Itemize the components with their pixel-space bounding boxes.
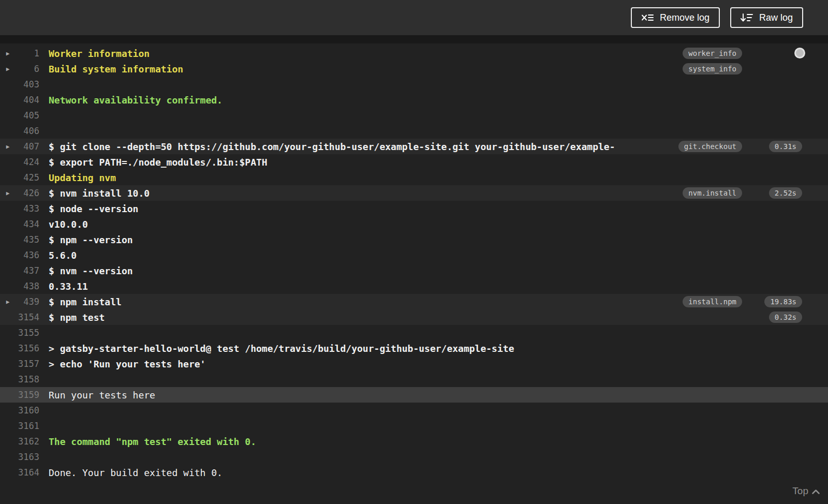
log-text: > gatsby-starter-hello-world@ test /home… <box>49 343 742 354</box>
line-number[interactable]: 3160 <box>16 405 39 416</box>
duration-badge: 0.32s <box>769 312 802 323</box>
log-line: 404Network availability confirmed. <box>0 92 828 108</box>
log-line: 434v10.0.0 <box>0 216 828 232</box>
log-line: 4365.6.0 <box>0 247 828 263</box>
duration-slot: 2.52s <box>761 187 802 199</box>
log-text: Updating nvm <box>49 172 742 183</box>
log-line: ▶426$ nvm install 10.0nvm.install2.52s <box>0 185 828 201</box>
remove-log-label: Remove log <box>660 13 709 22</box>
log-text: $ export PATH=./node_modules/.bin:$PATH <box>49 157 742 168</box>
line-number[interactable]: 3161 <box>16 421 39 431</box>
line-number[interactable]: 3154 <box>16 312 39 322</box>
fold-toggle-icon[interactable]: ▶ <box>0 66 16 72</box>
log-line: ▶407$ git clone --depth=50 https://githu… <box>0 139 828 154</box>
scroll-indicator[interactable] <box>794 48 805 58</box>
fold-toggle-icon[interactable]: ▶ <box>0 143 16 150</box>
duration-badge: 0.31s <box>769 141 802 152</box>
log-line: 405 <box>0 108 828 123</box>
log-lines: ▶1Worker informationworker_info▶6Build s… <box>0 46 828 480</box>
line-number[interactable]: 438 <box>16 281 39 291</box>
duration-badge: 2.52s <box>769 187 802 199</box>
log-view: ▶1Worker informationworker_info▶6Build s… <box>0 43 828 504</box>
remove-log-icon <box>641 13 654 22</box>
line-number[interactable]: 426 <box>16 188 39 198</box>
log-text: Run your tests here <box>49 390 742 401</box>
log-text: Worker information <box>49 48 683 59</box>
log-line: 3163 <box>0 449 828 465</box>
log-line: 3162The command "npm test" exited with 0… <box>0 434 828 449</box>
line-number[interactable]: 439 <box>16 297 39 307</box>
log-line: 3154$ npm test0.32s <box>0 309 828 325</box>
log-line: 4380.33.11 <box>0 278 828 294</box>
fold-tag: nvm.install <box>683 187 742 199</box>
line-number[interactable]: 434 <box>16 219 39 229</box>
line-number[interactable]: 404 <box>16 95 39 105</box>
line-number[interactable]: 435 <box>16 234 39 245</box>
line-number[interactable]: 425 <box>16 172 39 183</box>
line-number[interactable]: 6 <box>16 64 39 74</box>
line-number[interactable]: 437 <box>16 265 39 276</box>
log-text: v10.0.0 <box>49 219 742 230</box>
raw-log-button[interactable]: Raw log <box>730 7 803 28</box>
log-text: $ node --version <box>49 203 742 214</box>
log-text: > echo 'Run your tests here' <box>49 359 742 369</box>
fold-tag: system_info <box>683 63 742 75</box>
log-line: 406 <box>0 123 828 139</box>
log-text: $ npm test <box>49 312 742 323</box>
raw-log-label: Raw log <box>759 13 793 22</box>
fold-tag: install.npm <box>683 296 742 307</box>
line-number[interactable]: 3157 <box>16 359 39 369</box>
log-text: Build system information <box>49 64 683 75</box>
line-number[interactable]: 406 <box>16 126 39 136</box>
line-number[interactable]: 433 <box>16 203 39 214</box>
line-number[interactable]: 3158 <box>16 374 39 384</box>
top-label: Top <box>792 485 808 497</box>
duration-slot: 19.83s <box>761 296 802 307</box>
log-line: 3156> gatsby-starter-hello-world@ test /… <box>0 340 828 356</box>
log-text: $ git clone --depth=50 https://github.co… <box>49 141 678 152</box>
log-text: 5.6.0 <box>49 250 742 261</box>
line-number[interactable]: 1 <box>16 48 39 58</box>
log-text: Network availability confirmed. <box>49 95 742 106</box>
toolbar: Remove log Raw log <box>0 0 828 35</box>
log-line: 425Updating nvm <box>0 170 828 185</box>
log-line: 424$ export PATH=./node_modules/.bin:$PA… <box>0 154 828 170</box>
line-number[interactable]: 436 <box>16 250 39 260</box>
line-number[interactable]: 424 <box>16 157 39 167</box>
line-number[interactable]: 3156 <box>16 343 39 353</box>
line-number[interactable]: 407 <box>16 141 39 152</box>
log-line: 3160 <box>0 403 828 418</box>
chevron-up-icon <box>812 485 820 497</box>
log-text: The command "npm test" exited with 0. <box>49 436 742 447</box>
log-line: 3164Done. Your build exited with 0. <box>0 465 828 480</box>
remove-log-button[interactable]: Remove log <box>631 7 720 28</box>
fold-tag: git.checkout <box>678 141 742 152</box>
log-line: 3159Run your tests here <box>0 387 828 403</box>
line-number[interactable]: 3163 <box>16 452 39 462</box>
log-text: 0.33.11 <box>49 281 742 292</box>
line-number[interactable]: 3159 <box>16 390 39 400</box>
line-number[interactable]: 403 <box>16 79 39 90</box>
line-number[interactable]: 3155 <box>16 328 39 338</box>
fold-toggle-icon[interactable]: ▶ <box>0 299 16 305</box>
duration-slot: 0.32s <box>761 312 802 323</box>
fold-tag: worker_info <box>683 48 742 59</box>
fold-toggle-icon[interactable]: ▶ <box>0 190 16 197</box>
scroll-to-top-link[interactable]: Top <box>792 485 820 497</box>
log-line: 437$ nvm --version <box>0 263 828 278</box>
log-line: ▶1Worker informationworker_info <box>0 46 828 61</box>
log-line: 3155 <box>0 325 828 340</box>
log-text: $ nvm install 10.0 <box>49 188 683 199</box>
log-line: 403 <box>0 77 828 92</box>
duration-slot: 0.31s <box>761 141 802 152</box>
log-line: 3157> echo 'Run your tests here' <box>0 356 828 372</box>
log-line: ▶6Build system informationsystem_info <box>0 61 828 77</box>
line-number[interactable]: 405 <box>16 110 39 121</box>
log-line: 3158 <box>0 372 828 387</box>
log-text: $ npm --version <box>49 234 742 245</box>
fold-toggle-icon[interactable]: ▶ <box>0 50 16 57</box>
log-text: Done. Your build exited with 0. <box>49 467 742 478</box>
log-text: $ nvm --version <box>49 265 742 276</box>
line-number[interactable]: 3162 <box>16 436 39 447</box>
line-number[interactable]: 3164 <box>16 467 39 478</box>
